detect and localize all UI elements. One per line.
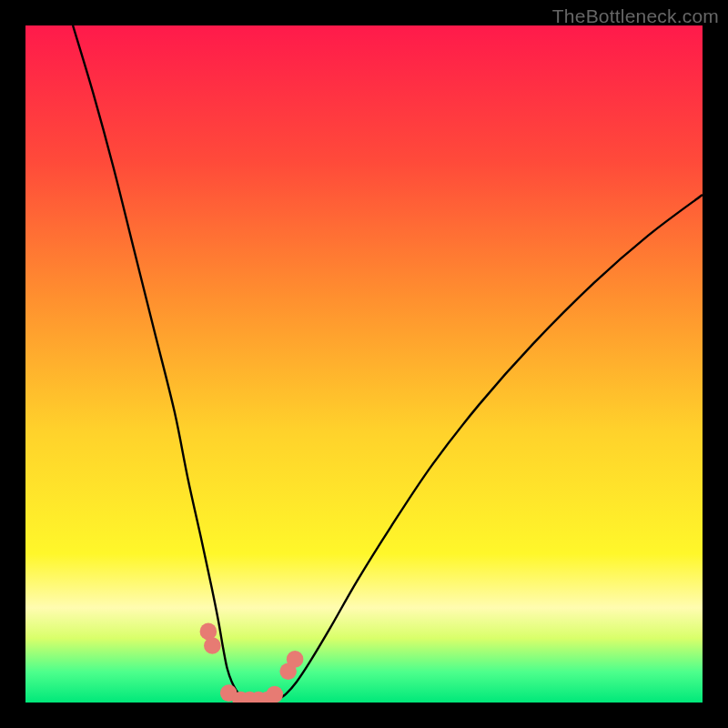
svg-point-9 [287,651,304,668]
svg-point-1 [204,637,221,654]
svg-point-7 [266,686,283,703]
bottleneck-curve-chart [25,25,703,703]
svg-point-0 [200,623,217,641]
chart-frame [25,25,703,703]
watermark-text: TheBottleneck.com [552,5,719,27]
gradient-background [25,25,703,703]
